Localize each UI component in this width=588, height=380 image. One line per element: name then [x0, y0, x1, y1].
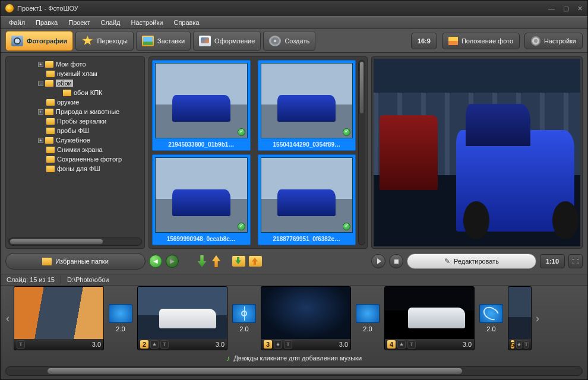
tree-item[interactable]: -обои: [8, 78, 142, 88]
slide-star-button[interactable]: ★: [397, 340, 406, 349]
transition-icon: [232, 304, 256, 323]
music-note-icon: ♪: [226, 354, 230, 363]
tree-h-scrollbar[interactable]: [8, 238, 142, 246]
slide-duration: 3.0: [463, 341, 472, 348]
tree-item[interactable]: +Служебное: [8, 135, 142, 145]
stop-button[interactable]: [389, 254, 403, 268]
thumbs-v-scrollbar[interactable]: [358, 60, 365, 245]
slide-text-button[interactable]: T: [160, 340, 169, 349]
thumbnail[interactable]: 21945033800_01b9b1…: [152, 60, 251, 151]
tree-item[interactable]: оружие: [8, 97, 142, 107]
aspect-ratio-button[interactable]: 16:9: [411, 33, 437, 49]
slide-text-button[interactable]: T: [524, 340, 529, 349]
fullscreen-button[interactable]: ⛶: [568, 254, 583, 268]
tree-item[interactable]: обои КПК: [8, 88, 142, 97]
tab-create[interactable]: Создать: [263, 31, 315, 51]
menu-help[interactable]: Справка: [169, 17, 204, 28]
tree-item[interactable]: +Природа и животные: [8, 107, 142, 116]
slide-image: [385, 287, 474, 339]
main-tabs: Фотографии Переходы Заставки Оформление …: [1, 29, 587, 53]
timeline: ‹ T3.02.02★T3.02.03★T3.02.04★T3.02.05★T›…: [1, 286, 587, 379]
play-button[interactable]: [371, 254, 385, 268]
timeline-h-scrollbar[interactable]: [5, 366, 583, 376]
timeline-next-button[interactable]: ›: [534, 312, 541, 325]
star-icon: [81, 36, 93, 46]
thumbnail[interactable]: 15504144290_0354f89…: [258, 60, 356, 151]
close-button[interactable]: ✕: [577, 5, 583, 12]
import-folder-button[interactable]: [232, 256, 245, 267]
nav-forward-button[interactable]: ►: [166, 255, 179, 268]
tree-item[interactable]: Пробы зеркалки: [8, 116, 142, 126]
folder-icon: [46, 118, 55, 125]
tree-item[interactable]: Снимки экрана: [8, 145, 142, 154]
folder-icon: [63, 90, 71, 96]
slide-image: [138, 287, 227, 339]
transition-duration: 2.0: [239, 325, 248, 332]
nav-back-button[interactable]: ◄: [149, 255, 162, 268]
tree-item[interactable]: нужный хлам: [8, 69, 142, 78]
tab-photos[interactable]: Фотографии: [5, 31, 73, 51]
slide-text-button[interactable]: T: [17, 340, 25, 349]
slide-text-button[interactable]: T: [284, 340, 292, 349]
settings-button[interactable]: Настройки: [524, 33, 583, 49]
maximize-button[interactable]: ▢: [563, 5, 569, 12]
expand-toggle[interactable]: +: [38, 62, 43, 67]
timeline-slide[interactable]: 3★T3.0: [261, 286, 351, 350]
time-display: 1:10: [540, 254, 565, 268]
thumbnail-caption: 21945033800_01b9b1…: [153, 141, 250, 150]
slide-star-button[interactable]: ★: [516, 340, 522, 349]
transition[interactable]: 2.0: [477, 286, 505, 350]
timeline-slide[interactable]: 4★T3.0: [384, 286, 475, 350]
current-path: D:\Photo\обои: [67, 276, 109, 283]
expand-toggle[interactable]: -: [38, 81, 43, 86]
tab-transitions[interactable]: Переходы: [75, 31, 134, 51]
export-folder-button[interactable]: [249, 256, 262, 267]
menu-project[interactable]: Проект: [64, 17, 94, 28]
expand-toggle[interactable]: +: [38, 109, 43, 115]
tree-item[interactable]: +Мои фото: [8, 59, 142, 69]
timeline-prev-button[interactable]: ‹: [4, 312, 11, 325]
add-to-project-button[interactable]: [197, 255, 207, 267]
slide-number: 4: [387, 340, 396, 349]
slide-star-button[interactable]: ★: [274, 340, 282, 349]
camera-icon: [11, 36, 23, 46]
tab-design[interactable]: Оформление: [193, 31, 261, 51]
tree-item[interactable]: Сохраненные фотогр: [8, 154, 142, 164]
tree-item[interactable]: фоны для ФШ: [8, 164, 142, 173]
slide-text-button[interactable]: T: [407, 340, 416, 349]
tab-titles[interactable]: Заставки: [136, 31, 191, 51]
remove-from-project-button[interactable]: [211, 255, 222, 267]
timeline-slide[interactable]: T3.0: [14, 286, 104, 350]
transition[interactable]: 2.0: [353, 286, 382, 350]
timeline-slide[interactable]: 5★T: [508, 286, 532, 350]
menu-edit[interactable]: Правка: [31, 17, 62, 28]
menu-file[interactable]: Файл: [4, 17, 30, 28]
photo-position-button[interactable]: Положение фото: [442, 33, 520, 49]
slide-image: [508, 287, 531, 339]
transition-icon: [356, 304, 380, 323]
tree-item[interactable]: пробы ФШ: [8, 126, 142, 135]
slide-star-button[interactable]: ★: [150, 340, 159, 349]
thumbnail-caption: 15699990948_0ccab8c…: [153, 235, 250, 245]
menu-settings[interactable]: Настройки: [127, 17, 168, 28]
transition-icon: [479, 304, 503, 323]
folder-icon: [45, 109, 53, 115]
slide-image: [14, 287, 103, 339]
music-track[interactable]: ♪ Дважды кликните для добавления музыки: [1, 351, 587, 365]
thumbnail[interactable]: 15699990948_0ccab8c…: [152, 154, 251, 245]
folder-tree-panel: +Мои фотонужный хлам-обоиобои КПКоружие+…: [5, 56, 145, 249]
timeline-slide[interactable]: 2★T3.0: [137, 286, 227, 350]
thumbnail[interactable]: 21887769951_0f6382c…: [258, 154, 356, 245]
transition[interactable]: 2.0: [230, 286, 258, 350]
thumbnail-image: [261, 157, 353, 233]
minimize-button[interactable]: —: [548, 5, 555, 12]
menu-slide[interactable]: Слайд: [96, 17, 125, 28]
edit-slide-button[interactable]: Редактировать: [407, 254, 536, 269]
brush-icon: [199, 36, 211, 46]
status-bar: Слайд: 15 из 15 D:\Photo\обои: [1, 274, 587, 286]
favorites-button[interactable]: Избранные папки: [5, 253, 146, 270]
slide-duration: 3.0: [216, 341, 225, 348]
check-icon: [343, 223, 350, 230]
transition[interactable]: 2.0: [106, 286, 135, 350]
expand-toggle[interactable]: +: [38, 138, 43, 143]
